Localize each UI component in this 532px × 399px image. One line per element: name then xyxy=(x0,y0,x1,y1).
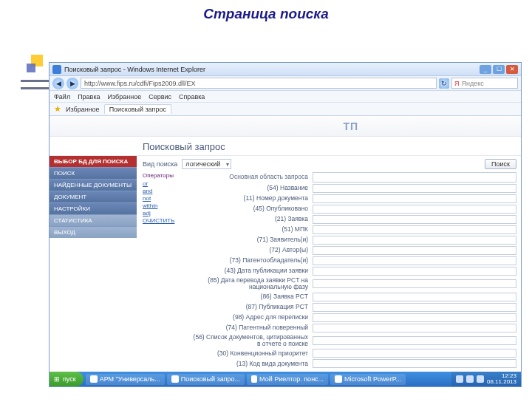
taskbar-item[interactable]: Microsoft PowerP... xyxy=(330,374,406,385)
address-bar: ◀ ▶ http://www.fips.ru/cdfi/Fips2009.dll… xyxy=(50,76,521,91)
operator-link[interactable]: within xyxy=(143,202,184,210)
field-input[interactable] xyxy=(313,324,516,332)
operator-link[interactable]: adj xyxy=(143,210,184,217)
field-row: (11) Номер документа xyxy=(188,194,516,203)
field-label: (30) Конвенционный приоритет xyxy=(188,350,313,357)
sidebar-header[interactable]: ВЫБОР БД ДЛЯ ПОИСКА xyxy=(50,156,137,167)
brand-text: ТП xyxy=(343,120,358,132)
search-type-label: Вид поиска xyxy=(143,160,177,168)
favorites-bar: ★ Избранное Поисковый запрос xyxy=(50,103,521,116)
field-input[interactable] xyxy=(313,172,516,183)
browser-search-input[interactable]: ЯЯндекс xyxy=(451,78,518,89)
windows-icon: ⊞ xyxy=(54,375,60,383)
sidebar-item[interactable]: СТАТИСТИКА xyxy=(50,214,137,226)
sidebar-item[interactable]: НАЙДЕННЫЕ ДОКУМЕНТЫ xyxy=(50,179,137,191)
menu-service[interactable]: Сервис xyxy=(149,93,171,100)
app-icon xyxy=(251,375,257,383)
operator-link[interactable]: ОЧИСТИТЬ xyxy=(143,217,184,225)
field-label: (85) Дата перевода заявки PCT на национа… xyxy=(188,277,313,291)
sidebar-item[interactable]: ВЫХОД xyxy=(50,226,137,238)
page-banner: ТП xyxy=(50,116,521,137)
field-row: (73) Патентообладатель(и) xyxy=(188,256,516,265)
field-input[interactable] xyxy=(313,267,516,276)
field-input[interactable] xyxy=(313,336,516,345)
favorites-star-icon[interactable]: ★ xyxy=(54,104,61,114)
field-input[interactable] xyxy=(313,225,516,234)
page-title: Поисковый запрос xyxy=(50,137,521,156)
window-titlebar: Поисковый запрос - Windows Internet Expl… xyxy=(50,63,521,76)
taskbar-item[interactable]: Мой Риелтор. понс... xyxy=(247,374,328,385)
field-row: (74) Патентный поверенный xyxy=(188,324,516,332)
field-label: (21) Заявка xyxy=(188,216,313,222)
fields-panel: Основная область запроса(54) Название(11… xyxy=(188,172,516,369)
app-icon xyxy=(335,375,342,383)
menu-favorites[interactable]: Избранное xyxy=(108,93,142,100)
field-input[interactable] xyxy=(313,236,516,245)
clock[interactable]: 12:23 08.11.2013 xyxy=(487,373,516,385)
field-input[interactable] xyxy=(313,194,516,203)
browser-tab[interactable]: Поисковый запрос xyxy=(104,104,171,114)
menu-bar: Файл Правка Избранное Сервис Справка xyxy=(50,91,521,103)
back-button[interactable]: ◀ xyxy=(52,78,64,89)
forward-button[interactable]: ▶ xyxy=(66,78,78,89)
field-row: (21) Заявка xyxy=(188,215,516,224)
operators-panel: Операторы orandnotwithinadjОЧИСТИТЬ xyxy=(143,172,184,369)
field-input[interactable] xyxy=(313,184,516,193)
taskbar-item[interactable]: Поисковый запро... xyxy=(167,374,245,385)
field-row: (43) Дата публикации заявки xyxy=(188,267,516,276)
refresh-button[interactable]: ↻ xyxy=(439,78,449,89)
field-label: (98) Адрес для переписки xyxy=(188,314,313,321)
field-row: (56) Список документов, цитированных в о… xyxy=(188,334,516,348)
sidebar-item[interactable]: ПОИСК xyxy=(50,167,137,179)
maximize-button[interactable]: ☐ xyxy=(493,65,505,74)
tray-icon[interactable] xyxy=(477,375,484,383)
field-label: Основная область запроса xyxy=(188,174,313,180)
search-button-top[interactable]: Поиск xyxy=(485,159,516,169)
slide-title: Страница поиска xyxy=(0,0,532,33)
field-input[interactable] xyxy=(313,215,516,224)
operator-link[interactable]: not xyxy=(143,195,184,202)
app-icon xyxy=(90,375,98,383)
field-label: (86) Заявка PCT xyxy=(188,293,313,300)
system-tray: 12:23 08.11.2013 xyxy=(451,372,521,386)
menu-edit[interactable]: Правка xyxy=(78,93,100,100)
field-label: (43) Дата публикации заявки xyxy=(188,267,313,274)
operator-link[interactable]: and xyxy=(143,188,184,195)
url-input[interactable]: http://www.fips.ru/cdfi/Fips2009.dll/EX xyxy=(81,78,437,89)
field-row: Основная область запроса xyxy=(188,172,516,183)
search-type-select[interactable]: логический xyxy=(182,159,231,169)
field-input[interactable] xyxy=(313,349,516,358)
field-row: (98) Адрес для переписки xyxy=(188,313,516,322)
ie-icon xyxy=(52,65,61,74)
field-input[interactable] xyxy=(313,279,516,288)
field-input[interactable] xyxy=(313,293,516,301)
page-content: ТП Поисковый запрос ВЫБОР БД ДЛЯ ПОИСКА … xyxy=(50,116,521,373)
taskbar-item[interactable]: АРМ "Универсаль... xyxy=(86,374,165,385)
sidebar-item[interactable]: ДОКУМЕНТ xyxy=(50,191,137,202)
slide-decoration xyxy=(27,55,47,98)
operator-link[interactable]: or xyxy=(143,180,184,188)
minimize-button[interactable]: _ xyxy=(480,65,491,74)
favorites-label[interactable]: Избранное xyxy=(66,106,100,113)
tray-icon[interactable] xyxy=(466,375,474,383)
field-input[interactable] xyxy=(313,246,516,255)
field-row: (87) Публикация PCT xyxy=(188,303,516,312)
field-input[interactable] xyxy=(313,303,516,312)
close-button[interactable]: ✕ xyxy=(506,65,518,74)
field-input[interactable] xyxy=(313,313,516,322)
field-label: (87) Публикация PCT xyxy=(188,304,313,310)
field-label: (74) Патентный поверенный xyxy=(188,324,313,331)
field-row: (72) Автор(ы) xyxy=(188,246,516,255)
sidebar-item[interactable]: НАСТРОЙКИ xyxy=(50,202,137,214)
tray-icon[interactable] xyxy=(456,375,463,383)
menu-file[interactable]: Файл xyxy=(54,93,70,100)
field-label: (56) Список документов, цитированных в о… xyxy=(188,334,313,348)
menu-help[interactable]: Справка xyxy=(179,93,205,100)
app-icon xyxy=(171,375,179,383)
main-panel: Вид поиска логический Поиск Операторы or… xyxy=(137,156,521,373)
start-button[interactable]: ⊞ пуск xyxy=(50,372,83,386)
field-input[interactable] xyxy=(313,256,516,265)
field-input[interactable] xyxy=(313,359,516,368)
field-input[interactable] xyxy=(313,205,516,214)
field-label: (13) Код вида документа xyxy=(188,361,313,367)
